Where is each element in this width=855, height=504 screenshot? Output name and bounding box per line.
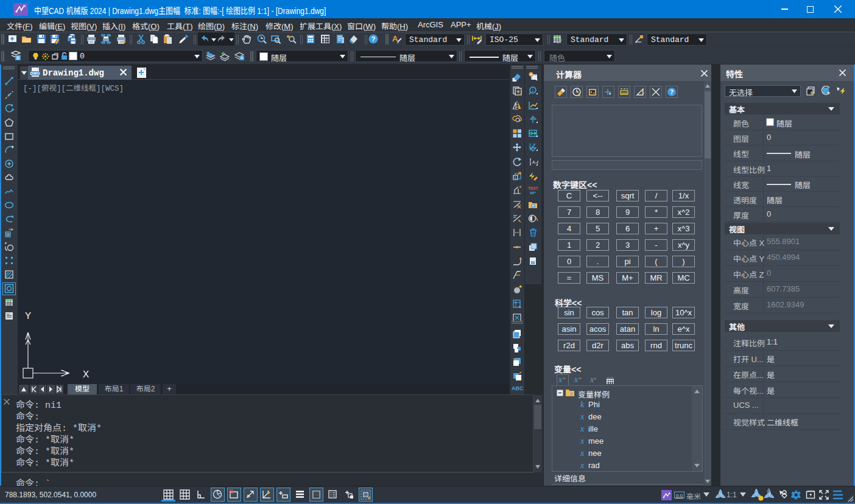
svg-text:1: 1 — [532, 88, 534, 93]
svg-text:?: ? — [532, 261, 534, 265]
svg-text:DWG: DWG — [30, 71, 40, 75]
svg-text:A: A — [392, 34, 398, 43]
svg-text:x: x — [569, 391, 573, 397]
svg-text:?: ? — [670, 89, 674, 96]
svg-text:TEXT: TEXT — [528, 186, 538, 191]
svg-text:A-A: A-A — [532, 160, 538, 164]
svg-text:A: A — [7, 313, 9, 317]
svg-text:0.0: 0.0 — [676, 493, 683, 499]
svg-text:?: ? — [371, 35, 376, 43]
